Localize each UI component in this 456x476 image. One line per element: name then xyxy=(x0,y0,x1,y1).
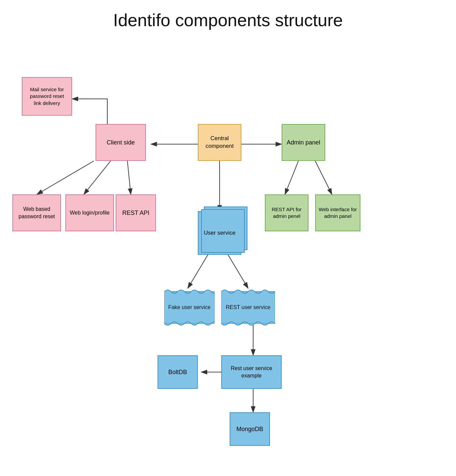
fake-user-service-container: Fake user service xyxy=(164,288,215,330)
svg-line-7 xyxy=(315,161,332,194)
central-component-box: Central component xyxy=(198,124,241,161)
svg-text:Fake user service: Fake user service xyxy=(168,304,211,310)
svg-line-9 xyxy=(228,255,248,288)
svg-text:REST user service: REST user service xyxy=(226,304,270,310)
rest-api-box: REST API xyxy=(116,194,156,231)
svg-line-2 xyxy=(37,161,94,194)
mongodb-box: MongoDB xyxy=(230,412,270,446)
svg-line-4 xyxy=(127,161,131,194)
web-login-box: Web login/profile xyxy=(65,194,114,231)
page-title: Identifo components structure xyxy=(0,0,456,34)
rest-user-service-example-box: Rest user service example xyxy=(221,355,282,389)
admin-panel-box: Admin panel xyxy=(282,124,325,161)
client-side-box: Client side xyxy=(96,124,146,161)
diagram: Mail service for password reset link del… xyxy=(0,34,456,476)
svg-line-6 xyxy=(285,161,298,194)
rest-user-service-container: REST user service xyxy=(221,288,275,330)
boltdb-box: BoltDB xyxy=(158,355,198,389)
rest-api-admin-box: REST API for admin penel xyxy=(265,194,308,231)
svg-line-3 xyxy=(84,161,111,194)
mail-service-box: Mail service for password reset link del… xyxy=(22,77,72,116)
web-interface-admin-box: Web interface for admin panel xyxy=(315,194,360,231)
svg-line-8 xyxy=(188,255,208,288)
web-based-reset-box: Web based password reset xyxy=(12,194,61,231)
user-service-box: User service xyxy=(198,211,241,255)
